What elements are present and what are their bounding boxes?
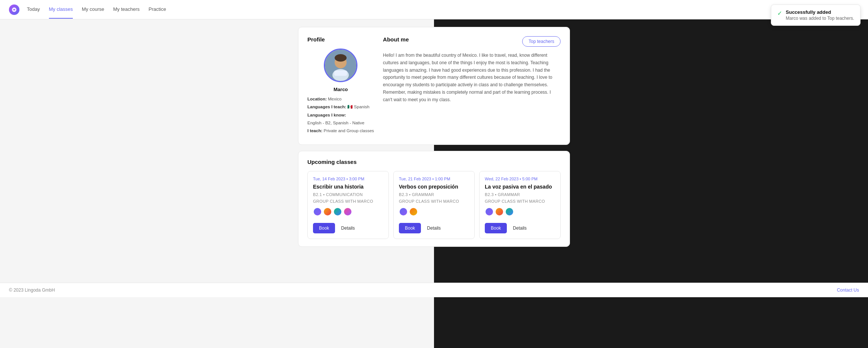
location-val: Mexico: [328, 97, 341, 101]
avatar-icon: [323, 207, 332, 216]
teacher-name: Marco: [334, 87, 348, 92]
nav-my-course[interactable]: My course: [82, 0, 104, 19]
i-teach-val: Private and Group classes: [323, 128, 374, 133]
location-label: Location:: [307, 97, 327, 101]
class-1-avatars: [313, 207, 383, 216]
avatar-icon: [409, 207, 418, 216]
top-teachers-button[interactable]: Top teachers: [522, 36, 561, 47]
avatar-icon: [505, 207, 514, 216]
languages-teach-value: Spanish: [354, 105, 370, 109]
class-card-1: Tue, 14 Feb 2023 • 3:00 PM Escribir una …: [307, 171, 389, 239]
teacher-avatar-wrap: [324, 49, 357, 82]
nav-practice[interactable]: Practice: [149, 0, 166, 19]
nav-my-teachers[interactable]: My teachers: [113, 0, 140, 19]
about-section: About me Top teachers Hello! I am from t…: [383, 36, 561, 136]
profile-meta: Location: Mexico Languages I teach: 🇲🇽 S…: [307, 96, 374, 136]
page-content: Profile Marc: [292, 19, 576, 268]
toast-title: Successfully added: [786, 9, 854, 15]
book-button-3[interactable]: Book: [485, 223, 507, 233]
contact-link[interactable]: Contact Us: [837, 288, 859, 293]
avatar-icon: [313, 207, 322, 216]
toast-check-icon: ✓: [777, 10, 782, 17]
class-2-actions: Book Details: [399, 223, 469, 233]
toast-notification: ✓ Successfully added Marco was added to …: [771, 4, 861, 26]
footer-copyright: © 2023 Lingoda GmbH: [9, 288, 55, 293]
languages-know-value: English - B2, Spanish - Native: [307, 121, 365, 125]
class-card-2: Tue, 21 Feb 2023 • 1:00 PM Verbos con pr…: [393, 171, 475, 239]
profile-card: Profile Marc: [298, 27, 570, 145]
book-button-2[interactable]: Book: [399, 223, 421, 233]
languages-teach-row: Languages I teach: 🇲🇽 Spanish: [307, 104, 374, 110]
nav-today[interactable]: Today: [27, 0, 40, 19]
toast-content: Successfully added Marco was added to To…: [786, 9, 854, 21]
avatar-icon: [343, 207, 352, 216]
class-3-actions: Book Details: [485, 223, 555, 233]
class-3-level: B2.3 • GRAMMAR: [485, 192, 555, 197]
class-2-avatars: [399, 207, 469, 216]
class-card-3: Wed, 22 Feb 2023 • 5:00 PM La voz pasiva…: [479, 171, 561, 239]
upcoming-title: Upcoming classes: [307, 159, 561, 165]
class-2-date: Tue, 21 Feb 2023 • 1:00 PM: [399, 177, 469, 181]
avatar-icon: [495, 207, 504, 216]
class-3-date: Wed, 22 Feb 2023 • 5:00 PM: [485, 177, 555, 181]
i-teach-row: I teach: Private and Group classes: [307, 128, 374, 134]
nav-items: Today My classes My course My teachers P…: [27, 0, 166, 19]
book-button-1[interactable]: Book: [313, 223, 335, 233]
toast-body: Marco was added to Top teachers.: [786, 16, 854, 21]
class-3-avatars: [485, 207, 555, 216]
details-button-1[interactable]: Details: [338, 223, 358, 233]
svg-rect-5: [334, 71, 347, 76]
class-3-group: GROUP CLASS WITH MARCO: [485, 199, 555, 203]
languages-teach-label: Languages I teach:: [307, 105, 346, 109]
svg-point-4: [335, 54, 347, 62]
languages-know-label-row: Languages I know:: [307, 112, 374, 118]
class-2-level: B2.3 • GRAMMAR: [399, 192, 469, 197]
class-2-group: GROUP CLASS WITH MARCO: [399, 199, 469, 203]
class-1-group: GROUP CLASS WITH MARCO: [313, 199, 383, 203]
avatar-icon: [485, 207, 494, 216]
about-text: Hello! I am from the beautiful country o…: [383, 52, 561, 104]
languages-know-label: Languages I know:: [307, 113, 346, 117]
profile-title: Profile: [307, 36, 325, 43]
languages-know-value-row: English - B2, Spanish - Native: [307, 120, 374, 126]
navbar: Today My classes My course My teachers P…: [0, 0, 868, 19]
i-teach-label: I teach:: [307, 128, 322, 133]
avatar-icon: [399, 207, 408, 216]
avatar-icon: [333, 207, 342, 216]
class-3-name: La voz pasiva en el pasado: [485, 183, 555, 190]
teacher-avatar: [325, 50, 356, 81]
details-button-3[interactable]: Details: [510, 223, 530, 233]
class-1-level: B2.1 • COMMUNICATION: [313, 192, 383, 197]
class-2-name: Verbos con preposición: [399, 183, 469, 190]
upcoming-card: Upcoming classes Tue, 14 Feb 2023 • 3:00…: [298, 151, 570, 247]
class-1-name: Escribir una historia: [313, 183, 383, 190]
about-title: About me: [383, 36, 409, 43]
class-1-actions: Book Details: [313, 223, 383, 233]
logo: [9, 4, 19, 15]
languages-teach-flag: 🇲🇽: [347, 105, 354, 109]
footer: © 2023 Lingoda GmbH Contact Us: [0, 283, 868, 297]
about-header: About me Top teachers: [383, 36, 561, 47]
classes-grid: Tue, 14 Feb 2023 • 3:00 PM Escribir una …: [307, 171, 561, 239]
class-1-date: Tue, 14 Feb 2023 • 3:00 PM: [313, 177, 383, 181]
location-row: Location: Mexico: [307, 96, 374, 102]
profile-left: Profile Marc: [307, 36, 374, 136]
details-button-2[interactable]: Details: [424, 223, 444, 233]
nav-my-classes[interactable]: My classes: [49, 0, 73, 19]
